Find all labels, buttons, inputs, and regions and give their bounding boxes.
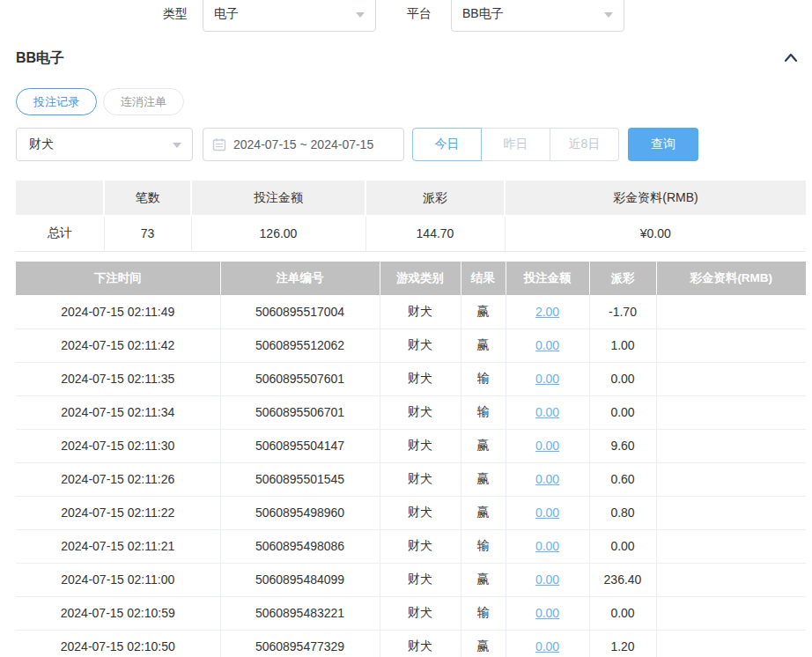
bet-amount-link[interactable]: 0.00 <box>535 539 559 553</box>
bet-time-cell: 2024-07-15 02:11:35 <box>16 362 220 395</box>
bonus-cell <box>656 630 806 657</box>
order-id-cell: 5060895498960 <box>220 496 380 529</box>
bet-time-cell: 2024-07-15 02:10:59 <box>16 596 220 630</box>
range-yesterday-button[interactable]: 昨日 <box>481 128 550 161</box>
table-row: 2024-07-15 02:11:265060895501545财犬赢0.000… <box>16 462 806 496</box>
bonus-cell <box>656 429 806 462</box>
bet-time-cell: 2024-07-15 02:11:30 <box>16 429 220 462</box>
date-range-input[interactable]: 2024-07-15 ~ 2024-07-15 <box>203 128 404 161</box>
summary-header-count: 笔数 <box>104 181 191 216</box>
header-payout: 派彩 <box>589 262 656 295</box>
result-cell: 赢 <box>461 328 506 362</box>
bonus-cell <box>656 328 806 362</box>
summary-total-payout: 144.70 <box>365 216 505 251</box>
quick-range-group: 今日 昨日 近8日 <box>412 128 619 161</box>
calendar-icon <box>212 137 226 151</box>
range-last8days-button[interactable]: 近8日 <box>550 128 619 161</box>
order-id-cell: 5060895477329 <box>220 630 380 657</box>
header-result: 结果 <box>461 262 506 295</box>
bet-amount-cell: 0.00 <box>506 596 589 630</box>
bet-time-cell: 2024-07-15 02:10:50 <box>16 630 220 657</box>
summary-header-bet-amount: 投注金额 <box>191 181 365 216</box>
result-cell: 赢 <box>461 496 506 529</box>
order-id-cell: 5060895498086 <box>220 529 380 563</box>
header-order-id: 注单编号 <box>220 262 380 295</box>
tab-cancelled-orders[interactable]: 连消注单 <box>103 88 184 115</box>
platform-select-value: BB电子 <box>462 6 504 22</box>
bet-amount-cell: 2.00 <box>506 295 589 328</box>
result-cell: 输 <box>461 395 506 429</box>
order-id-cell: 5060895504147 <box>220 429 380 462</box>
summary-header-row: 笔数 投注金额 派彩 彩金资料(RMB) <box>16 181 806 216</box>
bet-table-header-row: 下注时间 注单编号 游戏类别 结果 投注金额 派彩 彩金资料(RMB) <box>16 262 806 295</box>
summary-total-count: 73 <box>104 216 191 251</box>
bet-amount-cell: 0.00 <box>506 462 589 496</box>
table-row: 2024-07-15 02:11:345060895506701财犬输0.000… <box>16 395 806 429</box>
table-row: 2024-07-15 02:11:225060895498960财犬赢0.000… <box>16 496 806 529</box>
summary-total-bet-amount: 126.00 <box>191 216 365 251</box>
query-button[interactable]: 查询 <box>628 128 698 161</box>
type-select[interactable]: 电子 <box>203 0 376 32</box>
payout-cell: 236.40 <box>589 563 656 596</box>
payout-cell: -1.70 <box>589 295 656 328</box>
table-row: 2024-07-15 02:10:595060895483221财犬输0.000… <box>16 596 806 630</box>
bet-amount-cell: 0.00 <box>506 563 589 596</box>
header-bet-time: 下注时间 <box>16 262 220 295</box>
game-select-value: 财犬 <box>29 137 54 152</box>
collapse-button[interactable] <box>780 48 801 69</box>
payout-cell: 0.00 <box>589 395 656 429</box>
range-today-button[interactable]: 今日 <box>412 128 482 161</box>
game-category-cell: 财犬 <box>380 462 461 496</box>
bet-amount-link[interactable]: 0.00 <box>535 506 559 520</box>
platform-label: 平台 <box>407 0 432 31</box>
game-category-cell: 财犬 <box>380 496 461 529</box>
order-id-cell: 5060895506701 <box>220 395 380 429</box>
bet-amount-link[interactable]: 0.00 <box>535 572 559 587</box>
bet-amount-cell: 0.00 <box>506 496 589 529</box>
game-select[interactable]: 财犬 <box>16 128 193 161</box>
bet-amount-link[interactable]: 2.00 <box>535 305 559 319</box>
bet-amount-link[interactable]: 0.00 <box>535 338 559 352</box>
result-cell: 输 <box>461 596 506 630</box>
bonus-cell <box>656 295 806 328</box>
bet-amount-link[interactable]: 0.00 <box>535 606 559 620</box>
bet-time-cell: 2024-07-15 02:11:22 <box>16 496 220 529</box>
bet-time-cell: 2024-07-15 02:11:49 <box>16 295 220 328</box>
game-category-cell: 财犬 <box>380 429 461 462</box>
bet-time-cell: 2024-07-15 02:11:00 <box>16 563 220 596</box>
order-id-cell: 5060895517004 <box>220 295 380 328</box>
bet-amount-link[interactable]: 0.00 <box>535 372 559 386</box>
bet-amount-link[interactable]: 0.00 <box>535 439 559 453</box>
summary-header-empty <box>16 181 104 216</box>
payout-cell: 0.00 <box>589 596 656 630</box>
result-cell: 赢 <box>461 563 506 596</box>
summary-table: 笔数 投注金额 派彩 彩金资料(RMB) 总计 73 126.00 144.70… <box>16 181 806 252</box>
payout-cell: 1.00 <box>589 328 656 362</box>
bet-amount-cell: 0.00 <box>506 395 589 429</box>
summary-total-bonus: ¥0.00 <box>505 216 806 251</box>
bet-amount-cell: 0.00 <box>506 328 589 362</box>
table-row: 2024-07-15 02:11:495060895517004财犬赢2.00-… <box>16 295 806 328</box>
bet-time-cell: 2024-07-15 02:11:42 <box>16 328 220 362</box>
tab-bet-records[interactable]: 投注记录 <box>16 88 97 115</box>
bonus-cell <box>656 496 806 529</box>
game-category-cell: 财犬 <box>380 295 461 328</box>
bet-amount-cell: 0.00 <box>506 362 589 395</box>
order-id-cell: 5060895483221 <box>220 596 380 630</box>
order-id-cell: 5060895501545 <box>220 462 380 496</box>
order-id-cell: 5060895512062 <box>220 328 380 362</box>
game-category-cell: 财犬 <box>380 630 461 657</box>
bonus-cell <box>656 362 806 395</box>
bet-time-cell: 2024-07-15 02:11:34 <box>16 395 220 429</box>
bet-amount-cell: 0.00 <box>506 529 589 563</box>
header-bet-amount: 投注金额 <box>506 262 589 295</box>
platform-select[interactable]: BB电子 <box>451 0 624 32</box>
header-game-category: 游戏类别 <box>380 262 461 295</box>
order-id-cell: 5060895507601 <box>220 362 380 395</box>
bet-amount-link[interactable]: 0.00 <box>535 639 559 653</box>
table-row: 2024-07-15 02:11:355060895507601财犬输0.000… <box>16 362 806 395</box>
bonus-cell <box>656 529 806 563</box>
game-category-cell: 财犬 <box>380 529 461 563</box>
bet-amount-link[interactable]: 0.00 <box>535 405 559 419</box>
bet-amount-link[interactable]: 0.00 <box>535 472 559 486</box>
